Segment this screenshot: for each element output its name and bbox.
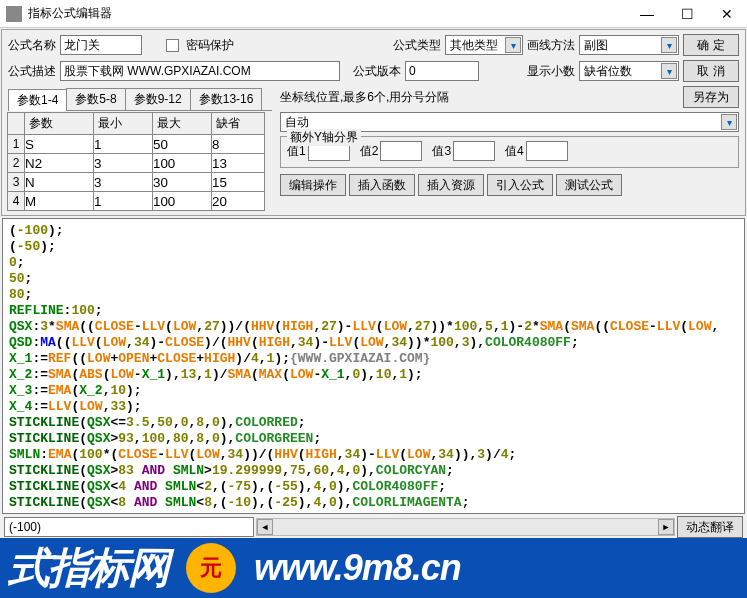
code-editor[interactable]: (-100);(-50);0;50;80;REFLINE:100;QSX:3*S… — [2, 218, 745, 514]
param-row: 2 — [8, 154, 272, 173]
app-icon — [6, 6, 22, 22]
form-area: 公式名称 密码保护 公式类型 其他类型▾ 画线方法 副图▾ 确 定 公式描述 公… — [1, 29, 746, 216]
ver-input[interactable] — [405, 61, 479, 81]
label-draw: 画线方法 — [527, 37, 575, 54]
col-min: 最小 — [93, 112, 153, 135]
editop-button[interactable]: 编辑操作 — [280, 174, 346, 196]
label-name: 公式名称 — [8, 37, 56, 54]
minimize-button[interactable]: — — [627, 0, 667, 28]
password-checkbox[interactable] — [166, 39, 179, 52]
name-input[interactable] — [60, 35, 142, 55]
param-def-input[interactable] — [211, 191, 265, 211]
banner-logo-icon: 元 — [186, 543, 236, 593]
dyn-button[interactable]: 动态翻译 — [677, 516, 743, 538]
close-button[interactable]: ✕ — [707, 0, 747, 28]
chevron-down-icon: ▾ — [505, 37, 521, 53]
param-max-input[interactable] — [152, 191, 212, 211]
vaxis-legend: 额外Y轴分界 — [287, 129, 361, 146]
vaxis-fieldset: 额外Y轴分界 值1 值2 值3 值4 — [280, 136, 739, 168]
v3-input[interactable] — [453, 141, 495, 161]
h-scrollbar[interactable]: ◄ ► — [256, 518, 675, 536]
param-min-input[interactable] — [93, 172, 153, 192]
param-def-input[interactable] — [211, 172, 265, 192]
param-row: 1 — [8, 135, 272, 154]
bottom-row: (-100) ◄ ► 动态翻译 — [0, 516, 747, 538]
param-name-input[interactable] — [24, 134, 94, 154]
label-password: 密码保护 — [186, 37, 234, 54]
scroll-right-icon[interactable]: ► — [658, 519, 674, 535]
param-min-input[interactable] — [93, 191, 153, 211]
chevron-down-icon: ▾ — [721, 114, 737, 130]
label-coord: 坐标线位置,最多6个,用分号分隔 — [280, 89, 449, 106]
col-max: 最大 — [152, 112, 212, 135]
test-button[interactable]: 测试公式 — [556, 174, 622, 196]
tab-params-5-8[interactable]: 参数5-8 — [66, 88, 125, 110]
scroll-left-icon[interactable]: ◄ — [257, 519, 273, 535]
chevron-down-icon: ▾ — [661, 37, 677, 53]
col-param: 参数 — [24, 112, 94, 135]
cancel-button[interactable]: 取 消 — [683, 60, 739, 82]
import-button[interactable]: 引入公式 — [487, 174, 553, 196]
param-min-input[interactable] — [93, 153, 153, 173]
v2-input[interactable] — [380, 141, 422, 161]
banner-cn: 式指标网 — [8, 540, 168, 596]
param-name-input[interactable] — [24, 191, 94, 211]
param-tabs: 参数1-4 参数5-8 参数9-12 参数13-16 — [8, 88, 272, 111]
insres-button[interactable]: 插入资源 — [418, 174, 484, 196]
maximize-button[interactable]: ☐ — [667, 0, 707, 28]
draw-select[interactable]: 副图▾ — [579, 35, 679, 55]
param-name-input[interactable] — [24, 172, 94, 192]
param-table: 参数 最小 最大 缺省 1234 — [8, 113, 272, 211]
ok-button[interactable]: 确 定 — [683, 34, 739, 56]
param-def-input[interactable] — [211, 134, 265, 154]
desc-input[interactable] — [60, 61, 340, 81]
tab-params-13-16[interactable]: 参数13-16 — [190, 88, 263, 110]
banner: 式指标网 元 www.9m8.cn — [0, 538, 747, 598]
label-dec: 显示小数 — [527, 63, 575, 80]
param-max-input[interactable] — [152, 153, 212, 173]
label-desc: 公式描述 — [8, 63, 56, 80]
label-ver: 公式版本 — [353, 63, 401, 80]
param-max-input[interactable] — [152, 134, 212, 154]
dec-select[interactable]: 缺省位数▾ — [579, 61, 679, 81]
chevron-down-icon: ▾ — [661, 63, 677, 79]
tab-params-9-12[interactable]: 参数9-12 — [125, 88, 191, 110]
v4-input[interactable] — [526, 141, 568, 161]
tab-params-1-4[interactable]: 参数1-4 — [8, 89, 67, 111]
param-name-input[interactable] — [24, 153, 94, 173]
param-min-input[interactable] — [93, 134, 153, 154]
insfn-button[interactable]: 插入函数 — [349, 174, 415, 196]
param-def-input[interactable] — [211, 153, 265, 173]
titlebar: 指标公式编辑器 — ☐ ✕ — [0, 0, 747, 28]
col-def: 缺省 — [211, 112, 265, 135]
param-row: 4 — [8, 192, 272, 211]
param-row: 3 — [8, 173, 272, 192]
window-title: 指标公式编辑器 — [28, 5, 627, 22]
param-max-input[interactable] — [152, 172, 212, 192]
saveas-button[interactable]: 另存为 — [683, 86, 739, 108]
banner-url: www.9m8.cn — [254, 547, 461, 589]
type-select[interactable]: 其他类型▾ — [445, 35, 523, 55]
label-type: 公式类型 — [393, 37, 441, 54]
status-box: (-100) — [4, 517, 254, 537]
